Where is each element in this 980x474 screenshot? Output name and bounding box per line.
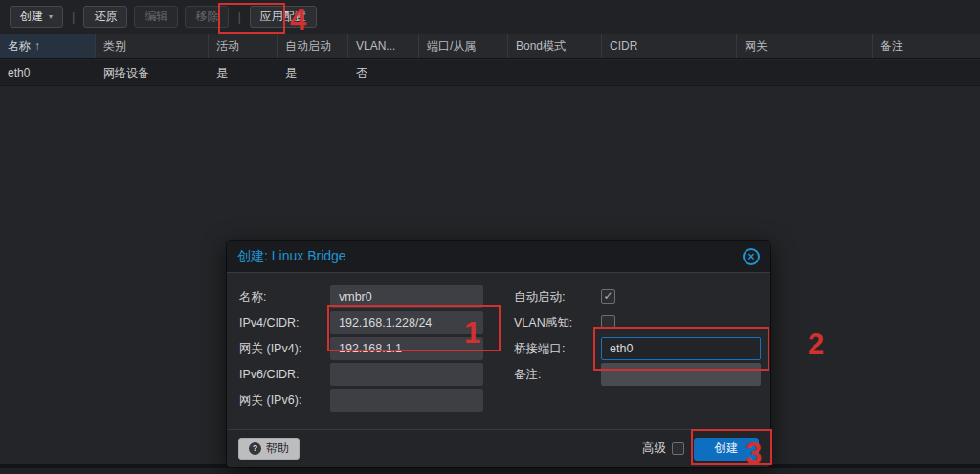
ipv4-cidr-field-label: IPv4/CIDR: [239,311,300,334]
ipv4-cidr-input[interactable] [330,311,483,334]
dialog-footer: ? 帮助 高级 创建 [227,429,770,467]
revert-button-label: 还原 [94,9,117,25]
apply-configuration-label: 应用配置 [260,9,306,25]
question-mark-icon: ? [249,442,261,455]
cell-active: 是 [209,60,278,85]
dialog-title: 创建: Linux Bridge [237,248,346,265]
edit-button-label: 编辑 [145,9,167,25]
revert-button[interactable]: 还原 [83,6,127,28]
cell-type: 网络设备 [96,60,209,85]
create-dropdown-button[interactable]: 创建 ▾ [10,6,63,28]
table-row-eth0[interactable]: eth0 网络设备 是 是 否 [0,60,980,86]
network-table-header: 名称 ↑ 类别 活动 自动启动 VLAN... 端口/从属 Bond模式 CID… [0,34,980,59]
apply-configuration-button[interactable]: 应用配置 [250,6,317,28]
column-header-active[interactable]: 活动 [209,34,278,58]
column-label: 网关 [745,38,768,55]
comment-input[interactable] [601,363,761,386]
toolbar: 创建 ▾ | 还原 编辑 移除 | 应用配置 [0,0,980,34]
edit-button[interactable]: 编辑 [134,6,178,28]
network-config-page: 创建 ▾ | 还原 编辑 移除 | 应用配置 名称 ↑ 类别 活动 自动启动 V… [0,0,980,474]
chevron-down-icon: ▾ [49,13,53,21]
column-header-cidr[interactable]: CIDR [602,34,737,58]
comment-field-label: 备注: [514,363,541,386]
create-button-label: 创建 [20,9,43,25]
column-label: 类别 [103,38,126,55]
column-header-type[interactable]: 类别 [96,34,209,58]
checkmark-icon: ✓ [603,289,612,303]
column-header-bond-mode[interactable]: Bond模式 [508,34,602,58]
cell-gateway [737,60,873,85]
help-button-label: 帮助 [266,440,289,457]
column-header-ports[interactable]: 端口/从属 [419,34,508,58]
autostart-checkbox[interactable]: ✓ [601,289,615,304]
bridge-ports-input[interactable] [601,337,761,360]
ipv6-cidr-field-label: IPv6/CIDR: [239,363,300,386]
cell-autostart: 是 [278,60,348,85]
cell-ports [419,60,508,85]
gateway-ipv6-input[interactable] [330,389,483,412]
cell-cidr [602,60,737,85]
ipv6-cidr-input[interactable] [330,363,483,386]
column-label: 端口/从属 [427,38,476,55]
annotation-number-2: 2 [808,329,824,359]
cell-bond-mode [508,60,602,85]
cell-comment [873,60,980,85]
column-label: Bond模式 [516,38,566,55]
name-field-label: 名称: [239,285,266,308]
advanced-checkbox[interactable] [672,442,684,455]
gateway-ipv4-field-label: 网关 (IPv4): [239,337,301,360]
toolbar-separator: | [235,10,242,24]
bridge-ports-field-label: 桥接端口: [514,337,565,360]
bottom-panel-edge [0,468,980,474]
column-label: 名称 [8,38,31,55]
column-label: 自动启动 [285,38,331,55]
column-header-name[interactable]: 名称 ↑ [0,34,96,58]
name-input[interactable] [330,285,483,308]
column-label: VLAN... [356,39,395,53]
advanced-toggle-group: 高级 [642,440,684,457]
column-label: 活动 [216,38,239,55]
column-label: CIDR [610,39,637,53]
vlan-aware-checkbox[interactable] [601,315,615,329]
sort-ascending-icon: ↑ [34,39,40,53]
column-header-vlan[interactable]: VLAN... [348,34,419,58]
close-icon[interactable]: × [743,248,760,265]
remove-button-label: 移除 [195,9,218,25]
help-button[interactable]: ? 帮助 [238,438,300,460]
cell-vlan: 否 [348,60,419,85]
create-linux-bridge-dialog: 创建: Linux Bridge × 名称: IPv4/CIDR: 网关 (IP… [227,241,770,467]
dialog-titlebar[interactable]: 创建: Linux Bridge × [227,241,770,273]
remove-button[interactable]: 移除 [185,6,229,28]
cell-name: eth0 [0,60,96,85]
column-header-gateway[interactable]: 网关 [737,34,873,58]
create-submit-button[interactable]: 创建 [694,438,759,461]
autostart-field-label: 自动启动: [514,285,565,308]
column-header-autostart[interactable]: 自动启动 [278,34,348,58]
gateway-ipv4-input[interactable] [330,337,483,360]
vlan-aware-field-label: VLAN感知: [514,311,572,334]
column-header-comment[interactable]: 备注 [873,34,980,58]
column-label: 备注 [880,38,903,55]
advanced-label: 高级 [642,440,666,457]
gateway-ipv6-field-label: 网关 (IPv6): [239,389,301,412]
toolbar-separator: | [70,10,77,24]
